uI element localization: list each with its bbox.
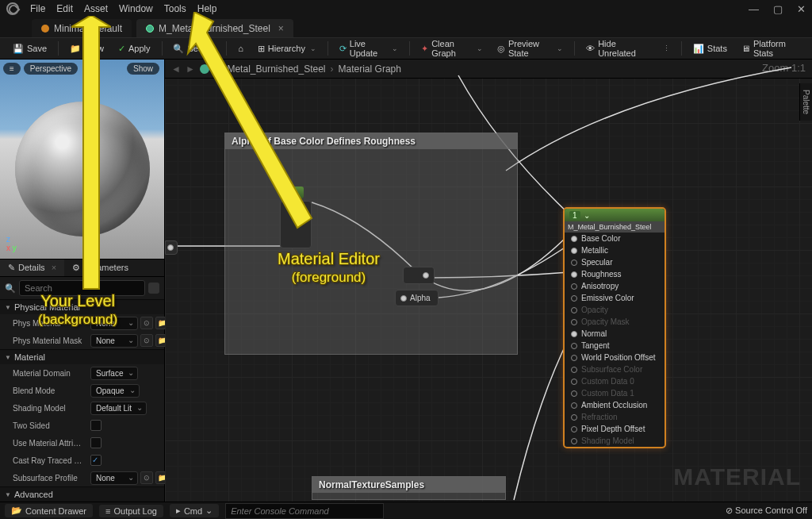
cmd-button[interactable]: ▸ Cmd ⌄ bbox=[170, 504, 219, 517]
content-drawer-button[interactable]: 📂 Content Drawer bbox=[5, 504, 93, 517]
viewport-show[interactable]: Show bbox=[127, 63, 159, 75]
pin-tangent[interactable]: Tangent bbox=[565, 340, 665, 352]
breadcrumb: ◄ ► M_Metal_Burnished_Steel › Material G… bbox=[165, 60, 812, 79]
comment-box-alpha-roughness[interactable]: Alpha Of Base Color Defines Roughness bbox=[224, 133, 518, 355]
pin-pixel-depth-offset[interactable]: Pixel Depth Offset bbox=[565, 423, 665, 435]
platform-stats-button[interactable]: 🖥Platform Stats bbox=[735, 36, 806, 61]
pin-subsurface-color[interactable]: Subsurface Color bbox=[565, 363, 665, 375]
nav-fwd-icon[interactable]: ► bbox=[186, 63, 195, 75]
menu-edit[interactable]: Edit bbox=[56, 3, 73, 14]
window-maximize-button[interactable]: ▢ bbox=[773, 3, 783, 15]
save-button[interactable]: 💾Save bbox=[6, 40, 53, 57]
phys-material-mask-dropdown[interactable]: None bbox=[90, 334, 138, 348]
material-watermark: MATERIAL bbox=[673, 463, 801, 490]
use-selected-button[interactable]: ⊙ bbox=[140, 334, 153, 347]
reroute-node[interactable] bbox=[165, 240, 178, 255]
details-search-input[interactable] bbox=[19, 280, 145, 296]
statusbar: 📂 Content Drawer ≡ Output Log ▸ Cmd ⌄ ⊘ … bbox=[0, 502, 812, 519]
tab-parameters[interactable]: ⚙ Parameters bbox=[64, 260, 136, 276]
material-icon bbox=[146, 25, 154, 33]
apply-button[interactable]: ✓Apply bbox=[112, 40, 157, 57]
tab-material[interactable]: M_Metal_Burnished_Steel × bbox=[136, 19, 293, 37]
pin-ambient-occlusion[interactable]: Ambient Occlusion bbox=[565, 399, 665, 411]
menu-help[interactable]: Help bbox=[197, 3, 217, 14]
hierarchy-button[interactable]: ⊞Hierarchy⌄ bbox=[251, 40, 323, 57]
source-control-button[interactable]: ⊘ Source Control Off bbox=[726, 506, 807, 516]
comment-title: NormalTextureSamples bbox=[312, 477, 505, 493]
material-icon bbox=[200, 64, 209, 74]
use-selected-button[interactable]: ⊙ bbox=[140, 317, 153, 329]
alpha-node[interactable]: Alpha bbox=[395, 290, 439, 306]
node-title: M_Metal_Burnished_Steel bbox=[565, 221, 665, 233]
nav-back-icon[interactable]: ◄ bbox=[171, 63, 181, 75]
pin-specular[interactable]: Specular bbox=[565, 256, 665, 268]
subsurface-profile-dropdown[interactable]: None bbox=[90, 471, 138, 485]
section-material[interactable]: Material bbox=[0, 349, 164, 364]
level-icon bbox=[41, 25, 49, 33]
material-graph[interactable]: ◄ ► M_Metal_Burnished_Steel › Material G… bbox=[165, 60, 812, 502]
use-selected-button[interactable]: ⊙ bbox=[140, 471, 153, 484]
menu-asset[interactable]: Asset bbox=[84, 3, 108, 14]
menu-window[interactable]: Window bbox=[119, 3, 153, 14]
material-domain-dropdown[interactable]: Surface bbox=[90, 367, 138, 380]
stats-button[interactable]: 📊Stats bbox=[687, 40, 733, 57]
hide-unrelated-options[interactable]: ⋮ bbox=[655, 41, 676, 56]
node-output[interactable] bbox=[403, 267, 435, 284]
section-advanced[interactable]: Advanced bbox=[0, 486, 164, 502]
browse-button[interactable]: 📁Brow bbox=[63, 40, 110, 57]
window-minimize-button[interactable]: — bbox=[749, 3, 759, 15]
tab-level[interactable]: Minimal_Default bbox=[32, 19, 132, 37]
cast-ray-traced-checkbox[interactable] bbox=[90, 455, 102, 466]
blend-mode-dropdown[interactable]: Opaque bbox=[90, 384, 140, 398]
shading-model-dropdown[interactable]: Default Lit bbox=[90, 402, 147, 415]
preview-viewport[interactable]: ≡ Perspective Show zx y bbox=[0, 60, 164, 260]
viewport-menu[interactable]: ≡ bbox=[3, 63, 21, 75]
use-material-attr-checkbox[interactable] bbox=[90, 437, 102, 448]
breadcrumb-leaf: Material Graph bbox=[339, 63, 401, 75]
pin-roughness[interactable]: Roughness bbox=[565, 268, 665, 280]
search-button[interactable]: 🔍Search bbox=[167, 40, 221, 57]
window-close-button[interactable]: ✕ bbox=[797, 3, 806, 15]
close-icon[interactable]: × bbox=[278, 23, 284, 34]
section-physical-material[interactable]: Physical Material bbox=[0, 299, 164, 314]
hide-unrelated-button[interactable]: 👁Hide Unrelated bbox=[580, 36, 653, 61]
pin-world-position-offset[interactable]: World Position Offset bbox=[565, 352, 665, 363]
palette-tab[interactable]: Palette bbox=[799, 83, 812, 121]
pin-emissive-color[interactable]: Emissive Color bbox=[565, 292, 665, 304]
left-panel: ≡ Perspective Show zx y ✎ Details × ⚙ Pa… bbox=[0, 60, 165, 502]
node-body[interactable] bbox=[280, 201, 312, 248]
pin-custom-data-1[interactable]: Custom Data 1 bbox=[565, 387, 665, 399]
pin-anisotropy[interactable]: Anisotropy bbox=[565, 280, 665, 292]
pin-custom-data-0[interactable]: Custom Data 0 bbox=[565, 375, 665, 387]
settings-icon[interactable] bbox=[148, 283, 159, 294]
live-update-button[interactable]: ⟳Live Update⌄ bbox=[333, 36, 405, 61]
tab-details[interactable]: ✎ Details × bbox=[0, 260, 64, 276]
pin-opacity[interactable]: Opacity bbox=[565, 304, 665, 316]
material-output-node[interactable]: 1⌄ M_Metal_Burnished_Steel Base ColorMet… bbox=[563, 207, 666, 448]
console-input[interactable] bbox=[225, 503, 384, 519]
phys-material-dropdown[interactable]: None bbox=[90, 317, 138, 330]
preview-state-button[interactable]: ◎Preview State⌄ bbox=[491, 36, 569, 61]
preview-sphere bbox=[15, 102, 150, 236]
document-tabbar: Minimal_Default M_Metal_Burnished_Steel … bbox=[0, 17, 812, 37]
two-sided-checkbox[interactable] bbox=[90, 420, 102, 431]
pin-shading-model[interactable]: Shading Model bbox=[565, 435, 665, 447]
pin-refraction[interactable]: Refraction bbox=[565, 411, 665, 423]
main-toolbar: 💾Save 📁Brow ✓Apply 🔍Search ⌂ ⊞Hierarchy⌄… bbox=[0, 37, 812, 60]
pin-opacity-mask[interactable]: Opacity Mask bbox=[565, 316, 665, 328]
menu-tools[interactable]: Tools bbox=[164, 3, 186, 14]
viewport-perspective[interactable]: Perspective bbox=[24, 63, 78, 75]
pin-metallic[interactable]: Metallic bbox=[565, 244, 665, 256]
comment-box-normal[interactable]: NormalTextureSamples bbox=[312, 476, 506, 500]
unreal-logo-icon bbox=[6, 2, 19, 15]
axis-gizmo-icon: zx y bbox=[6, 235, 17, 252]
output-log-button[interactable]: ≡ Output Log bbox=[99, 505, 163, 517]
breadcrumb-root[interactable]: M_Metal_Burnished_Steel bbox=[214, 63, 326, 75]
clean-graph-button[interactable]: ✦Clean Graph⌄ bbox=[415, 36, 489, 61]
pin-base-color[interactable]: Base Color bbox=[565, 233, 665, 244]
pin-normal[interactable]: Normal bbox=[565, 328, 665, 340]
search-icon: 🔍 bbox=[5, 283, 16, 294]
node-multiply[interactable]: ⌄ bbox=[284, 186, 304, 198]
home-button[interactable]: ⌂ bbox=[232, 40, 250, 56]
menu-file[interactable]: File bbox=[30, 3, 45, 14]
